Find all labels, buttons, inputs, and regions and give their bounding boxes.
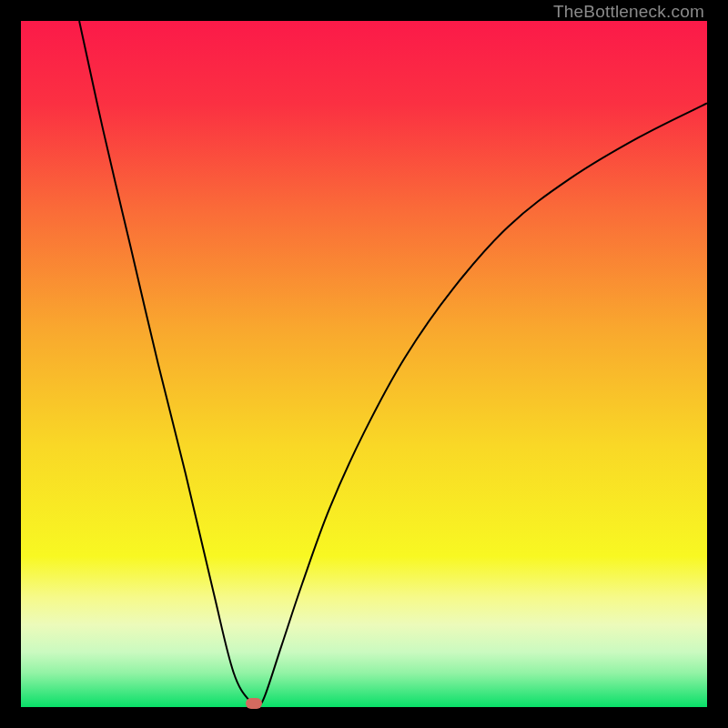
optimal-point-marker (246, 698, 262, 709)
watermark-text: TheBottleneck.com (553, 2, 704, 22)
bottleneck-curve (21, 21, 707, 707)
chart-frame (21, 21, 707, 707)
